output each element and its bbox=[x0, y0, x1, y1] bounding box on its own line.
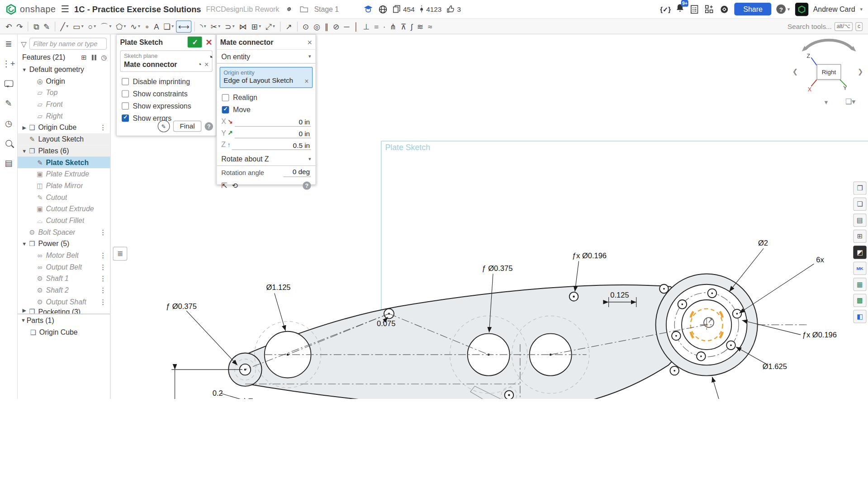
feature-row-default-geometry[interactable]: ▼Default geometry bbox=[18, 64, 110, 76]
notifications-button[interactable]: 9+ bbox=[676, 3, 685, 15]
feature-row-output-belt[interactable]: ∞Output Belt⋮ bbox=[18, 261, 110, 273]
tangent-constraint-button[interactable]: ⊘ bbox=[331, 21, 341, 32]
checkbox-row-show-constraints[interactable]: Show constraints bbox=[117, 87, 216, 99]
user-name[interactable]: Andrew Card bbox=[813, 5, 855, 13]
transform-tool-button[interactable]: ⤢▾ bbox=[264, 21, 276, 32]
horizontal-constraint-button[interactable]: ─ bbox=[342, 21, 351, 32]
part-row-origin-cube[interactable]: ❑Origin Cube bbox=[18, 327, 110, 338]
dimension-label[interactable]: 6x bbox=[816, 256, 824, 264]
circle-tool-button[interactable]: ○▾ bbox=[86, 21, 98, 32]
flip-primary-axis-icon[interactable]: ⇱ bbox=[221, 181, 227, 190]
parts-section-header[interactable]: ▼ Parts (1) bbox=[18, 314, 110, 327]
offset-field-y[interactable]: 0 in bbox=[235, 128, 311, 138]
link-icon[interactable] bbox=[284, 4, 294, 14]
feature-row-origin-cube[interactable]: ▶❑Origin Cube⋮ bbox=[18, 122, 110, 133]
feature-row-right[interactable]: ▱Right bbox=[18, 110, 110, 122]
rectangle-tool-button[interactable]: ▭▾ bbox=[71, 21, 85, 32]
checkbox-checked[interactable] bbox=[222, 106, 229, 113]
section-view-button[interactable]: ◩ bbox=[853, 246, 866, 259]
text-tool-button[interactable]: A bbox=[152, 21, 161, 32]
feature-row-motor-belt[interactable]: ∞Motor Belt⋮ bbox=[18, 250, 110, 261]
feature-row-shaft-1[interactable]: ⚙Shaft 1⋮ bbox=[18, 273, 110, 284]
feature-menu-icon[interactable]: ⋮ bbox=[98, 275, 108, 282]
view-cube-menu[interactable]: ❑▾ bbox=[845, 97, 855, 105]
copies-stat[interactable]: 454 bbox=[393, 5, 415, 13]
named-views-button[interactable]: ▤ bbox=[853, 213, 866, 227]
remove-selection-icon[interactable]: × bbox=[304, 77, 308, 85]
redo-button[interactable]: ↷ bbox=[15, 21, 25, 32]
feature-menu-icon[interactable]: ⋮ bbox=[98, 251, 108, 259]
suppress-icon[interactable] bbox=[91, 54, 96, 60]
feature-row-cutout[interactable]: ✎Cutout bbox=[18, 191, 110, 203]
sketch-plane-field[interactable]: Sketch plane Mate connector ◔ × bbox=[120, 50, 212, 72]
normal-constraint-button[interactable]: ⊼ bbox=[399, 21, 408, 32]
user-menu-chevron-icon[interactable]: ▾ bbox=[860, 6, 863, 12]
cancel-button[interactable]: ✕ bbox=[205, 38, 212, 46]
dimension-label[interactable]: ƒ Ø0.375 bbox=[166, 302, 197, 310]
custom-tables-button[interactable]: MK bbox=[853, 262, 866, 275]
rollback-history-icon[interactable]: ◷ bbox=[101, 53, 107, 61]
insert-feature-icon[interactable]: ≣ bbox=[3, 38, 15, 50]
feature-row-plate-mirror[interactable]: ◫Plate Mirror bbox=[18, 180, 110, 192]
sketch-plane-label[interactable]: Plate Sketch bbox=[385, 143, 430, 152]
checkbox-row-show-expressions[interactable]: Show expressions bbox=[117, 99, 216, 112]
feature-menu-icon[interactable]: ⋮ bbox=[98, 298, 108, 306]
feature-row-cutout-extrude[interactable]: ▣Cutout Extrude bbox=[18, 203, 110, 215]
filter-icon[interactable]: ▽ bbox=[21, 39, 26, 47]
ai-assistant-icon[interactable] bbox=[720, 4, 730, 14]
feature-row-plate-extrude[interactable]: ▣Plate Extrude bbox=[18, 168, 110, 180]
feature-row-bolt-spacer[interactable]: ⚙Bolt Spacer⋮ bbox=[18, 226, 110, 238]
edit-sketch-icon[interactable]: ✎ bbox=[158, 120, 170, 132]
sheet-panel-button[interactable]: ▩ bbox=[853, 294, 866, 307]
final-button[interactable]: Final bbox=[173, 121, 202, 132]
display-states-button[interactable]: ❏ bbox=[853, 198, 866, 211]
configuration-panel-button[interactable]: ⊞ bbox=[853, 230, 866, 243]
fillet-tool-button[interactable]: ◝▾ bbox=[198, 21, 208, 32]
feature-row-origin[interactable]: ◎Origin bbox=[18, 75, 110, 87]
line-tool-button[interactable]: ╱▾ bbox=[59, 21, 70, 32]
document-title[interactable]: 1C - Practice Exercise Solutions bbox=[74, 5, 201, 14]
rotate-left-chevron[interactable]: ❮ bbox=[792, 67, 798, 75]
feature-row-top[interactable]: ▱Top bbox=[18, 87, 110, 99]
point-tool-button[interactable]: ∘ bbox=[143, 21, 151, 32]
feature-menu-icon[interactable]: ⋮ bbox=[98, 286, 108, 294]
history-icon[interactable]: ◷ bbox=[3, 117, 15, 129]
rotation-angle-value[interactable]: 0 deg bbox=[283, 168, 311, 177]
split-view-button[interactable]: ◧ bbox=[853, 310, 866, 323]
mate-connector-tool-icon[interactable]: ◔ bbox=[208, 52, 213, 62]
dialog-help-icon[interactable]: ? bbox=[303, 181, 311, 190]
onshape-logo[interactable]: onshape bbox=[5, 4, 56, 14]
dimension-label[interactable]: ƒx Ø0.196 bbox=[572, 251, 607, 260]
insert-folder-icon[interactable]: ⊞ bbox=[81, 53, 86, 61]
checkbox-unchecked[interactable] bbox=[222, 94, 229, 101]
bom-table-button[interactable]: ▦ bbox=[853, 278, 866, 291]
entity-mode-select[interactable]: On entity ▾ bbox=[217, 50, 316, 64]
dimension-label[interactable]: Ø1.625 bbox=[763, 362, 787, 370]
construction-tool-button[interactable]: ❏▾ bbox=[162, 21, 175, 32]
dimension-label[interactable]: Ø2 bbox=[758, 239, 768, 247]
rotate-down-chevron[interactable]: ▾ bbox=[825, 99, 828, 106]
feature-menu-icon[interactable]: ⋮ bbox=[98, 263, 108, 271]
feature-row-output-shaft[interactable]: ⚙Output Shaft⋮ bbox=[18, 296, 110, 308]
pattern-tool-button[interactable]: ⊞▾ bbox=[250, 21, 263, 32]
notes-icon[interactable]: ✎ bbox=[3, 97, 15, 109]
dimension-label[interactable]: Ø1.125 bbox=[266, 283, 290, 291]
sketch-properties-button[interactable]: ✎ bbox=[42, 21, 52, 32]
parallel-constraint-button[interactable]: ∥ bbox=[323, 21, 330, 32]
coincident-constraint-button[interactable]: ⊙ bbox=[301, 21, 311, 32]
checkbox-row-move[interactable]: Move bbox=[217, 104, 316, 116]
reorient-secondary-axis-icon[interactable]: ⟲ bbox=[232, 181, 237, 190]
rotate-view-arc-icon[interactable] bbox=[798, 38, 860, 52]
comment-icon[interactable] bbox=[3, 77, 15, 90]
concentric-constraint-button[interactable]: ◎ bbox=[312, 21, 322, 32]
checkbox-checked[interactable] bbox=[122, 114, 129, 122]
equal-constraint-button[interactable]: = bbox=[373, 21, 380, 32]
versions-stat[interactable]: 4123 bbox=[420, 5, 442, 14]
likes-stat[interactable]: 3 bbox=[446, 5, 461, 13]
dimension-label[interactable]: 0.125 bbox=[610, 291, 629, 299]
public-document-icon[interactable] bbox=[378, 4, 388, 14]
dimension-label[interactable]: ƒ Ø0.375 bbox=[482, 264, 512, 272]
undo-button[interactable]: ↶ bbox=[4, 21, 14, 32]
confirm-button[interactable]: ✓ bbox=[188, 37, 202, 47]
breadcrumb[interactable]: Stage 1 bbox=[314, 5, 339, 13]
